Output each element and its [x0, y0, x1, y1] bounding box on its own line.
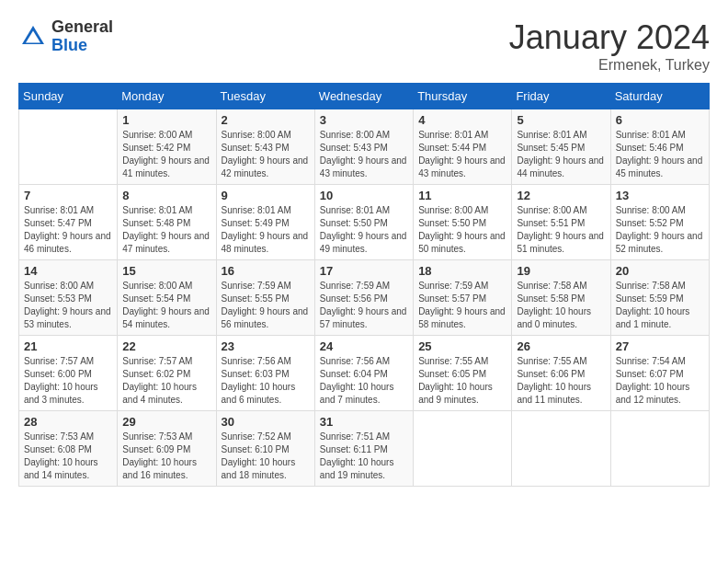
day-info: Sunrise: 7:59 AMSunset: 5:55 PMDaylight:…	[222, 280, 310, 331]
day-number: 19	[517, 264, 605, 278]
logo-general: General	[51, 18, 113, 37]
calendar-cell: 8Sunrise: 8:01 AMSunset: 5:48 PMDaylight…	[118, 185, 216, 260]
calendar-cell: 25Sunrise: 7:55 AMSunset: 6:05 PMDayligh…	[414, 336, 512, 411]
calendar-cell: 30Sunrise: 7:52 AMSunset: 6:10 PMDayligh…	[216, 411, 314, 487]
day-number: 8	[122, 189, 210, 202]
calendar-cell	[512, 411, 610, 487]
calendar-cell: 23Sunrise: 7:56 AMSunset: 6:03 PMDayligh…	[216, 336, 314, 411]
weekday-row: SundayMondayTuesdayWednesdayThursdayFrid…	[19, 84, 710, 109]
page-header: General Blue January 2024 Ermenek, Turke…	[18, 18, 710, 74]
day-info: Sunrise: 8:00 AMSunset: 5:54 PMDaylight:…	[122, 280, 210, 331]
weekday-header: Saturday	[610, 84, 709, 109]
calendar-cell: 7Sunrise: 8:01 AMSunset: 5:47 PMDaylight…	[19, 185, 118, 260]
calendar-cell: 14Sunrise: 8:00 AMSunset: 5:53 PMDayligh…	[19, 260, 118, 336]
calendar-cell: 22Sunrise: 7:57 AMSunset: 6:02 PMDayligh…	[118, 336, 216, 411]
day-number: 22	[122, 339, 210, 353]
day-number: 13	[616, 189, 704, 202]
day-number: 29	[122, 415, 210, 429]
day-number: 14	[24, 264, 112, 278]
calendar-cell: 1Sunrise: 8:00 AMSunset: 5:42 PMDaylight…	[118, 109, 216, 185]
day-info: Sunrise: 7:57 AMSunset: 6:00 PMDaylight:…	[24, 355, 112, 407]
day-info: Sunrise: 8:00 AMSunset: 5:43 PMDaylight:…	[320, 129, 408, 180]
calendar-cell: 9Sunrise: 8:01 AMSunset: 5:49 PMDaylight…	[216, 185, 314, 260]
day-number: 10	[320, 189, 408, 202]
day-info: Sunrise: 8:01 AMSunset: 5:47 PMDaylight:…	[24, 204, 112, 256]
day-info: Sunrise: 8:01 AMSunset: 5:44 PMDaylight:…	[418, 129, 506, 180]
day-number: 31	[320, 415, 408, 429]
logo-text: General Blue	[51, 18, 113, 55]
day-number: 20	[616, 264, 704, 278]
calendar-cell: 24Sunrise: 7:56 AMSunset: 6:04 PMDayligh…	[314, 336, 413, 411]
day-info: Sunrise: 7:55 AMSunset: 6:05 PMDaylight:…	[418, 355, 506, 407]
day-info: Sunrise: 8:01 AMSunset: 5:46 PMDaylight:…	[616, 129, 704, 180]
day-number: 28	[24, 415, 112, 429]
calendar-cell: 11Sunrise: 8:00 AMSunset: 5:50 PMDayligh…	[414, 185, 512, 260]
day-number: 1	[122, 113, 210, 127]
day-info: Sunrise: 7:55 AMSunset: 6:06 PMDaylight:…	[517, 355, 605, 407]
day-number: 7	[24, 189, 112, 202]
calendar-cell	[19, 109, 118, 185]
calendar-cell	[414, 411, 512, 487]
calendar-cell: 21Sunrise: 7:57 AMSunset: 6:00 PMDayligh…	[19, 336, 118, 411]
day-info: Sunrise: 7:59 AMSunset: 5:57 PMDaylight:…	[418, 280, 506, 331]
day-info: Sunrise: 8:00 AMSunset: 5:52 PMDaylight:…	[616, 204, 704, 256]
day-info: Sunrise: 7:58 AMSunset: 5:58 PMDaylight:…	[517, 280, 605, 331]
day-number: 5	[517, 113, 605, 127]
day-number: 11	[418, 189, 506, 202]
calendar-cell: 6Sunrise: 8:01 AMSunset: 5:46 PMDaylight…	[610, 109, 709, 185]
day-info: Sunrise: 8:01 AMSunset: 5:50 PMDaylight:…	[320, 204, 408, 256]
calendar-cell: 10Sunrise: 8:01 AMSunset: 5:50 PMDayligh…	[314, 185, 413, 260]
day-info: Sunrise: 7:58 AMSunset: 5:59 PMDaylight:…	[616, 280, 704, 331]
weekday-header: Sunday	[19, 84, 118, 109]
calendar-cell: 17Sunrise: 7:59 AMSunset: 5:56 PMDayligh…	[314, 260, 413, 336]
day-info: Sunrise: 8:00 AMSunset: 5:50 PMDaylight:…	[418, 204, 506, 256]
calendar-week-row: 7Sunrise: 8:01 AMSunset: 5:47 PMDaylight…	[19, 185, 710, 260]
calendar-cell: 29Sunrise: 7:53 AMSunset: 6:09 PMDayligh…	[118, 411, 216, 487]
calendar-cell: 27Sunrise: 7:54 AMSunset: 6:07 PMDayligh…	[610, 336, 709, 411]
calendar-cell: 15Sunrise: 8:00 AMSunset: 5:54 PMDayligh…	[118, 260, 216, 336]
day-number: 12	[517, 189, 605, 202]
day-number: 15	[122, 264, 210, 278]
title-block: January 2024 Ermenek, Turkey	[509, 18, 710, 74]
day-info: Sunrise: 7:53 AMSunset: 6:08 PMDaylight:…	[24, 431, 112, 482]
calendar-cell: 26Sunrise: 7:55 AMSunset: 6:06 PMDayligh…	[512, 336, 610, 411]
calendar-cell: 18Sunrise: 7:59 AMSunset: 5:57 PMDayligh…	[414, 260, 512, 336]
weekday-header: Monday	[118, 84, 216, 109]
day-number: 25	[418, 339, 506, 353]
day-number: 16	[222, 264, 310, 278]
calendar-cell: 28Sunrise: 7:53 AMSunset: 6:08 PMDayligh…	[19, 411, 118, 487]
calendar-cell: 5Sunrise: 8:01 AMSunset: 5:45 PMDaylight…	[512, 109, 610, 185]
day-number: 30	[222, 415, 310, 429]
calendar-header: SundayMondayTuesdayWednesdayThursdayFrid…	[19, 84, 710, 109]
day-info: Sunrise: 8:00 AMSunset: 5:53 PMDaylight:…	[24, 280, 112, 331]
calendar-cell: 4Sunrise: 8:01 AMSunset: 5:44 PMDaylight…	[414, 109, 512, 185]
calendar-table: SundayMondayTuesdayWednesdayThursdayFrid…	[18, 83, 710, 487]
day-info: Sunrise: 7:59 AMSunset: 5:56 PMDaylight:…	[320, 280, 408, 331]
calendar-cell: 13Sunrise: 8:00 AMSunset: 5:52 PMDayligh…	[610, 185, 709, 260]
day-number: 24	[320, 339, 408, 353]
calendar-cell: 3Sunrise: 8:00 AMSunset: 5:43 PMDaylight…	[314, 109, 413, 185]
day-number: 17	[320, 264, 408, 278]
day-info: Sunrise: 7:56 AMSunset: 6:04 PMDaylight:…	[320, 355, 408, 407]
logo-icon	[18, 22, 48, 52]
day-number: 6	[616, 113, 704, 127]
calendar-week-row: 1Sunrise: 8:00 AMSunset: 5:42 PMDaylight…	[19, 109, 710, 185]
calendar-cell: 2Sunrise: 8:00 AMSunset: 5:43 PMDaylight…	[216, 109, 314, 185]
calendar-week-row: 28Sunrise: 7:53 AMSunset: 6:08 PMDayligh…	[19, 411, 710, 487]
day-info: Sunrise: 8:01 AMSunset: 5:49 PMDaylight:…	[222, 204, 310, 256]
day-number: 23	[222, 339, 310, 353]
day-info: Sunrise: 8:01 AMSunset: 5:48 PMDaylight:…	[122, 204, 210, 256]
calendar-title: January 2024	[509, 18, 710, 57]
day-info: Sunrise: 7:53 AMSunset: 6:09 PMDaylight:…	[122, 431, 210, 482]
calendar-cell: 12Sunrise: 8:00 AMSunset: 5:51 PMDayligh…	[512, 185, 610, 260]
day-number: 21	[24, 339, 112, 353]
day-info: Sunrise: 7:52 AMSunset: 6:10 PMDaylight:…	[222, 431, 310, 482]
day-number: 27	[616, 339, 704, 353]
weekday-header: Thursday	[414, 84, 512, 109]
calendar-cell: 31Sunrise: 7:51 AMSunset: 6:11 PMDayligh…	[314, 411, 413, 487]
calendar-cell: 19Sunrise: 7:58 AMSunset: 5:58 PMDayligh…	[512, 260, 610, 336]
day-info: Sunrise: 7:51 AMSunset: 6:11 PMDaylight:…	[320, 431, 408, 482]
day-info: Sunrise: 7:56 AMSunset: 6:03 PMDaylight:…	[222, 355, 310, 407]
day-info: Sunrise: 7:54 AMSunset: 6:07 PMDaylight:…	[616, 355, 704, 407]
day-info: Sunrise: 8:00 AMSunset: 5:51 PMDaylight:…	[517, 204, 605, 256]
